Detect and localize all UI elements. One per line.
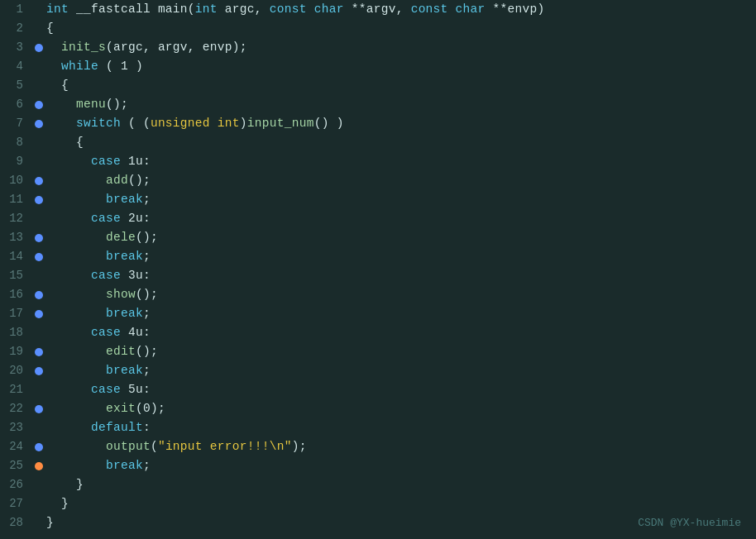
code-content: break;	[46, 247, 756, 266]
breakpoint-dot	[31, 101, 46, 109]
code-row: 14 break;	[0, 247, 756, 266]
breakpoint-dot	[31, 253, 46, 261]
line-number: 3	[0, 38, 31, 57]
line-number: 16	[0, 285, 31, 304]
breakpoint-dot	[31, 177, 46, 185]
breakpoint-dot	[31, 196, 46, 204]
code-content: exit(0);	[46, 399, 756, 418]
code-row: 25 break;	[0, 456, 756, 475]
code-content: break;	[46, 190, 756, 209]
line-number: 4	[0, 57, 31, 76]
line-number: 23	[0, 418, 31, 437]
code-row: 22 exit(0);	[0, 399, 756, 418]
code-content: output("input error!!!\n");	[46, 437, 756, 456]
code-content: }	[46, 494, 756, 513]
code-content: default:	[46, 418, 756, 437]
code-row: 23 default:	[0, 418, 756, 437]
breakpoint-dot	[31, 367, 46, 375]
code-content: case 2u:	[46, 209, 756, 228]
code-row: 15 case 3u:	[0, 266, 756, 285]
code-content: switch ( (unsigned int)input_num() )	[46, 114, 756, 133]
line-number: 18	[0, 323, 31, 342]
line-number: 9	[0, 152, 31, 171]
code-content: {	[46, 133, 756, 152]
line-number: 27	[0, 494, 31, 513]
code-row: 17 break;	[0, 304, 756, 323]
code-content: menu();	[46, 95, 756, 114]
line-number: 26	[0, 475, 31, 494]
code-content: break;	[46, 304, 756, 323]
code-content: init_s(argc, argv, envp);	[46, 38, 756, 57]
breakpoint-dot	[31, 234, 46, 242]
code-content: break;	[46, 361, 756, 380]
code-row: 3 init_s(argc, argv, envp);	[0, 38, 756, 57]
code-content: {	[46, 76, 756, 95]
code-row: 13 dele();	[0, 228, 756, 247]
code-content: add();	[46, 171, 756, 190]
line-number: 28	[0, 513, 31, 532]
code-row: 16 show();	[0, 285, 756, 304]
code-row: 26 }	[0, 475, 756, 494]
code-row: 9 case 1u:	[0, 152, 756, 171]
code-content: show();	[46, 285, 756, 304]
breakpoint-dot	[31, 348, 46, 356]
code-content: {	[46, 19, 756, 38]
breakpoint-dot	[31, 44, 46, 52]
breakpoint-dot	[31, 291, 46, 299]
code-row: 6 menu();	[0, 95, 756, 114]
code-row: 4 while ( 1 )	[0, 57, 756, 76]
line-number: 1	[0, 0, 31, 19]
code-content: break;	[46, 456, 756, 475]
code-row: 20 break;	[0, 361, 756, 380]
breakpoint-dot	[31, 310, 46, 318]
code-content: case 3u:	[46, 266, 756, 285]
code-content: while ( 1 )	[46, 57, 756, 76]
code-content: }	[46, 475, 756, 494]
code-content: dele();	[46, 228, 756, 247]
line-number: 14	[0, 247, 31, 266]
code-lines: 1int __fastcall main(int argc, const cha…	[0, 0, 756, 532]
line-number: 20	[0, 361, 31, 380]
line-number: 25	[0, 456, 31, 475]
code-row: 7 switch ( (unsigned int)input_num() )	[0, 114, 756, 133]
breakpoint-dot	[31, 405, 46, 413]
line-number: 24	[0, 437, 31, 456]
code-row: 8 {	[0, 133, 756, 152]
code-content: edit();	[46, 342, 756, 361]
line-number: 11	[0, 190, 31, 209]
code-content: case 1u:	[46, 152, 756, 171]
line-number: 19	[0, 342, 31, 361]
line-number: 13	[0, 228, 31, 247]
code-row: 27 }	[0, 494, 756, 513]
code-row: 10 add();	[0, 171, 756, 190]
code-row: 5 {	[0, 76, 756, 95]
code-row: 2{	[0, 19, 756, 38]
line-number: 21	[0, 380, 31, 399]
code-content: int __fastcall main(int argc, const char…	[46, 0, 756, 19]
breakpoint-dot	[31, 462, 46, 470]
code-row: 21 case 5u:	[0, 380, 756, 399]
code-row: 19 edit();	[0, 342, 756, 361]
line-number: 17	[0, 304, 31, 323]
line-number: 6	[0, 95, 31, 114]
code-content: case 4u:	[46, 323, 756, 342]
line-number: 22	[0, 399, 31, 418]
watermark: CSDN @YX-hueimie	[638, 517, 741, 529]
line-number: 5	[0, 76, 31, 95]
line-number: 2	[0, 19, 31, 38]
code-editor: 1int __fastcall main(int argc, const cha…	[0, 0, 756, 539]
code-row: 1int __fastcall main(int argc, const cha…	[0, 0, 756, 19]
code-content: case 5u:	[46, 380, 756, 399]
code-row: 18 case 4u:	[0, 323, 756, 342]
breakpoint-dot	[31, 120, 46, 128]
line-number: 8	[0, 133, 31, 152]
code-row: 12 case 2u:	[0, 209, 756, 228]
code-row: 24 output("input error!!!\n");	[0, 437, 756, 456]
breakpoint-dot	[31, 443, 46, 451]
code-row: 11 break;	[0, 190, 756, 209]
line-number: 7	[0, 114, 31, 133]
line-number: 12	[0, 209, 31, 228]
line-number: 15	[0, 266, 31, 285]
line-number: 10	[0, 171, 31, 190]
